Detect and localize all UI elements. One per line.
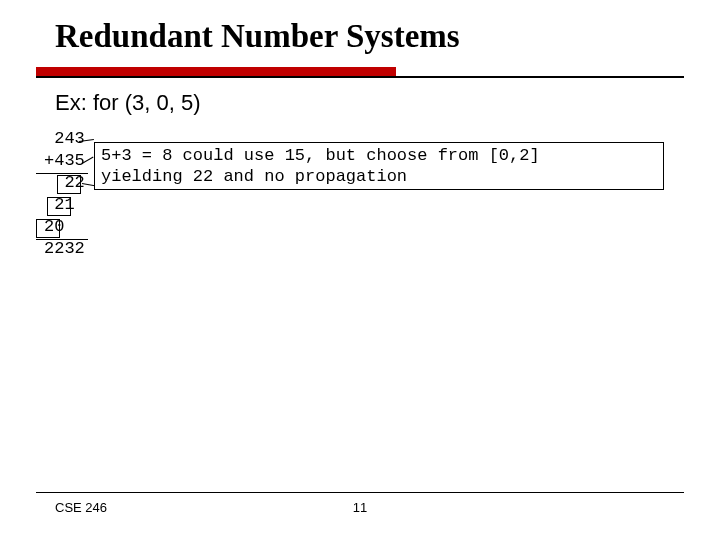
accent-bar [36,67,396,76]
result: 2232 [44,238,85,260]
box-21 [47,197,71,216]
box-22 [57,175,81,194]
title-underline [36,76,684,78]
addend-2: +435 [44,150,85,172]
slide-title: Redundant Number Systems [55,18,460,55]
addend-1: 243 [44,128,85,150]
calculation-block: 243 +435 22 21 20 2232 [44,128,85,260]
example-heading: Ex: for (3, 0, 5) [55,90,201,116]
explanation-box: 5+3 = 8 could use 15, but choose from [0… [94,142,664,190]
box-20 [36,219,60,238]
footer-page-number: 11 [0,500,720,515]
slide: Redundant Number Systems Ex: for (3, 0, … [0,0,720,540]
sum-rule-bottom [36,239,88,240]
note-line-2: yielding 22 and no propagation [101,166,657,187]
note-line-1: 5+3 = 8 could use 15, but choose from [0… [101,145,657,166]
footer-rule [36,492,684,493]
sum-rule-top [36,173,88,174]
